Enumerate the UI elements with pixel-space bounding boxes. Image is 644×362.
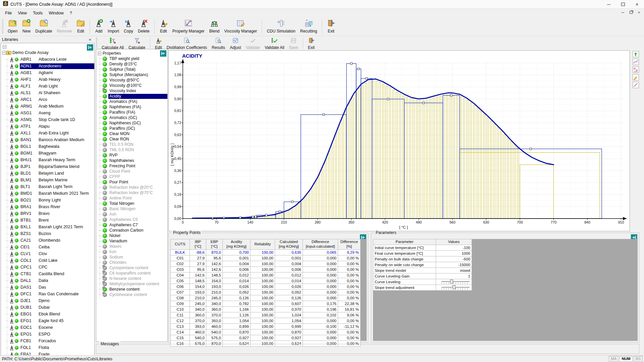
calculate-button[interactable]: Calculate (126, 37, 148, 51)
library-item-fcb1[interactable]: FCB1Forcados (1, 338, 94, 344)
cell-c09-4[interactable]: 100,00 (251, 301, 275, 306)
parameter-value[interactable]: -15000 (436, 262, 472, 267)
cell-c05-7[interactable]: 0,00 % (338, 278, 361, 284)
table-row-c06[interactable]: C06154,0193,00,026100,000,0260,0000,00 % (171, 284, 361, 289)
property-item-cloud-point[interactable]: Cloud Point (96, 169, 167, 174)
copy-button[interactable]: Copy (121, 18, 136, 34)
add-button[interactable]: Add (92, 18, 105, 34)
table-row-c11[interactable]: C11360,0370,01,126100,001,0240,1029,06 % (171, 312, 361, 318)
chart-markers-button[interactable] (633, 66, 639, 73)
cell-c14-0[interactable]: C14 (171, 329, 190, 335)
parameter-row-penalty-on-bulk-data-change[interactable]: Penalty on bulk data change-500 (373, 256, 472, 262)
cell-c14-6[interactable]: 0,000 (303, 329, 338, 335)
property-item-cyclohexane-content[interactable]: Cyclohexane content (96, 292, 167, 297)
library-item-bhu1[interactable]: BHU1Basrah Heavy Term (1, 157, 94, 163)
cdu-simulation-button[interactable]: CDU Simulation (264, 18, 298, 34)
library-item-clv1[interactable]: CLV1Clov (1, 250, 94, 257)
chart-curves-button[interactable] (633, 59, 639, 65)
cell-c08-1[interactable]: 210,0 (190, 295, 206, 301)
close-button[interactable]: × (630, 0, 644, 9)
property-item-tbp-weight-yield[interactable]: TBP weight yield (96, 56, 167, 61)
open-button[interactable]: Open (5, 18, 20, 34)
parameter-value[interactable]: 1000 (436, 250, 472, 256)
parameter-value[interactable]: -100 (436, 245, 472, 250)
library-item-ctb1[interactable]: CTB1Castilla Blend (1, 270, 94, 277)
cell-bulk-5[interactable]: 0,635 (275, 249, 303, 255)
cell-c12-6[interactable]: 0,000 (303, 318, 338, 323)
cell-c03-4[interactable]: 100,00 (251, 266, 275, 272)
library-item-dje1[interactable]: DJE1Djeno (1, 297, 94, 304)
library-item-als1[interactable]: ALS1Al Shaheen (1, 89, 94, 96)
cell-c07-4[interactable]: 100,00 (251, 289, 275, 295)
cell-c08-7[interactable]: 0,00 % (338, 295, 361, 301)
menu-item[interactable]: ? (67, 10, 75, 16)
cell-c04-4[interactable]: 100,00 (251, 272, 275, 278)
cell-c09-7[interactable]: 22,38 % (338, 301, 361, 306)
property-item-pour-point[interactable]: Pour Point (96, 179, 167, 185)
cell-c14-4[interactable]: 100,00 (251, 329, 275, 335)
parameter-row-initial-curve-temperature-c[interactable]: Initial curve temperature [°C]-100 (373, 245, 472, 250)
cell-c03-2[interactable]: 142,6 (206, 266, 223, 272)
property-item-c6-isoparaffins-content[interactable]: C6 Isoparaffins content (96, 270, 167, 276)
property-item-acidity[interactable]: Acidity (96, 94, 167, 99)
library-item-arc1[interactable]: ARC1Arco (1, 96, 94, 103)
maximize-button[interactable] (616, 0, 630, 9)
library-item-axl1[interactable]: AXL1Arab Extra Light (1, 130, 94, 136)
cell-c08-5[interactable]: 0,126 (275, 295, 303, 301)
cell-c03-5[interactable]: 0,006 (275, 266, 303, 272)
table-row-c13[interactable]: C13393,0460,00,899100,000,999-0,100-11,1… (171, 323, 361, 329)
cell-c04-2[interactable]: 148,5 (206, 272, 223, 278)
table-row-c04[interactable]: C04142,6148,50,012100,000,0120,0000,00 % (171, 272, 361, 278)
cell-c15-6[interactable]: 0,000 (303, 335, 338, 341)
table-row-c09[interactable]: C09245,0340,00,782100,000,6070,17522,38 … (171, 301, 361, 306)
property-item-iron[interactable]: Iron (96, 249, 167, 254)
library-item-ca21[interactable]: CA21Olombendo (1, 237, 94, 244)
cell-c02-1[interactable]: 27,9 (190, 261, 206, 266)
cell-c09-6[interactable]: 0,175 (303, 301, 338, 306)
viscosity-manager-button[interactable]: Viscosity Manager (222, 18, 260, 34)
parameter-value[interactable]: -500 (436, 256, 472, 262)
cell-bulk-3[interactable]: 0,700 (223, 249, 251, 255)
cell-c06-0[interactable]: C06 (171, 284, 190, 289)
cell-c01-7[interactable]: 0,00 % (338, 255, 361, 261)
cell-c01-5[interactable]: 0,001 (275, 255, 303, 261)
library-item-bo21[interactable]: BO21Bonny Light (1, 197, 94, 203)
expander-icon[interactable] (3, 45, 6, 49)
cell-c10-5[interactable]: 0,970 (275, 306, 303, 312)
library-item-dfc1[interactable]: DFC1Ras Gas Condensate (1, 291, 94, 297)
cell-c04-7[interactable]: 0,00 % (338, 272, 361, 278)
cell-c02-2[interactable]: 142,6 (206, 261, 223, 266)
cell-c03-6[interactable]: 0,000 (303, 266, 338, 272)
chart-edit-button[interactable] (633, 74, 639, 80)
property-item-viscosity-100-c[interactable]: Viscosity @100°C (96, 83, 167, 88)
property-item-refraction-index-70-c[interactable]: Refraction Index @70°C (96, 190, 167, 195)
cell-c13-4[interactable]: 100,00 (251, 323, 275, 329)
cell-c10-7[interactable]: 16,81 % (338, 306, 361, 312)
cell-c14-1[interactable]: 460,0 (190, 329, 206, 335)
menu-file[interactable]: File (2, 10, 15, 16)
cell-c13-0[interactable]: C13 (171, 323, 190, 329)
properties-root-item[interactable]: Properties (96, 51, 167, 56)
library-item-ebo1[interactable]: EBO1Ebok Blend (1, 311, 94, 317)
cell-c07-7[interactable]: 0,00 % (338, 289, 361, 295)
cell-c13-2[interactable]: 460,0 (206, 323, 223, 329)
menu-window[interactable]: Window (46, 10, 66, 16)
cell-c05-5[interactable]: 0,014 (275, 278, 303, 284)
library-item-atp1[interactable]: ATP1Atapu (1, 123, 94, 130)
cell-c11-0[interactable]: C11 (171, 312, 190, 318)
cell-c13-3[interactable]: 0,899 (223, 323, 251, 329)
library-item-cpc1[interactable]: CPC1CPC (1, 264, 94, 270)
library-item-brv1[interactable]: BRV1Bravo (1, 210, 94, 217)
menu-tools[interactable]: Tools (30, 10, 46, 16)
library-item-abr1[interactable]: ABR1Albacora Leste (1, 56, 94, 63)
property-item-sulphur-mercaptans[interactable]: Sulphur (Mercaptans) (96, 72, 167, 77)
property-item-n-hexane-content[interactable]: N-hexane content (96, 276, 167, 281)
cell-c02-0[interactable]: C02 (171, 261, 190, 266)
table-row-c03[interactable]: C0395,6142,60,006100,000,0060,0000,00 % (171, 266, 361, 272)
cell-c15-7[interactable]: 0,00 % (338, 335, 361, 341)
slider-control[interactable] (441, 285, 470, 290)
library-item-fol1[interactable]: FOL1Flotta (1, 344, 94, 351)
edit-button[interactable]: Edit (157, 18, 170, 34)
cell-c12-1[interactable]: 370,0 (190, 318, 206, 323)
acidity-plot[interactable]: 0,000,090,180,270,360,450,540,630,720,81… (169, 51, 629, 230)
